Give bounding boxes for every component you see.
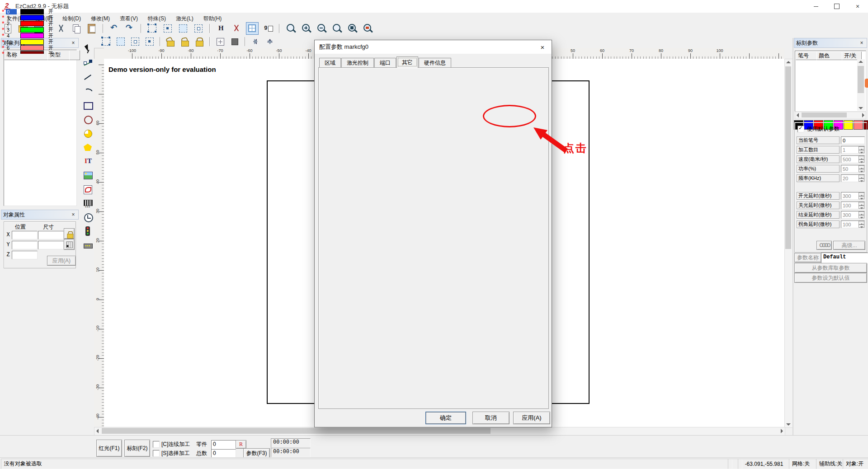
spinner[interactable] (859, 192, 864, 199)
pen-row[interactable]: * 3 开 (0, 27, 62, 33)
array-grid-button[interactable] (64, 239, 75, 250)
dialog-titlebar[interactable]: 配置参数 markcfg0 × (315, 40, 552, 54)
circle-icon[interactable] (82, 113, 94, 125)
spin-down-icon[interactable] (859, 215, 864, 219)
spin-down-icon[interactable] (859, 169, 864, 173)
pen-row[interactable]: * 1 开 (0, 14, 62, 20)
scroll-right-icon[interactable] (862, 113, 864, 117)
part-count-field[interactable]: 0 (211, 440, 236, 450)
scroll-down-icon[interactable] (786, 423, 791, 426)
zoom-all-icon[interactable] (346, 23, 358, 34)
spinner[interactable] (859, 165, 864, 172)
red-light-f1-button[interactable]: 红光(F1) (96, 440, 122, 457)
apply-button[interactable]: 应用(A) (513, 412, 550, 424)
zoom-in-icon[interactable] (300, 23, 312, 34)
pos-x-field[interactable] (12, 231, 38, 239)
pie-icon[interactable] (82, 127, 94, 139)
spin-down-icon[interactable] (859, 225, 864, 228)
pen-hscroll-thumb[interactable] (802, 113, 847, 117)
spin-down-icon[interactable] (859, 150, 864, 154)
size-x-field[interactable] (38, 231, 64, 239)
lock-open-icon[interactable] (165, 36, 176, 47)
marquee-dot-icon[interactable] (162, 23, 174, 34)
trim-icon[interactable] (231, 23, 242, 34)
edge-tab[interactable] (865, 79, 868, 88)
hscroll-thumb[interactable] (102, 428, 491, 434)
zoom-window-icon[interactable] (285, 23, 297, 34)
scroll-right-icon[interactable] (781, 429, 783, 433)
param-field[interactable]: 500 (841, 155, 865, 163)
spin-up-icon[interactable] (859, 156, 864, 159)
set-default-button[interactable]: 参数设为默认值 (794, 273, 867, 283)
spinner[interactable] (859, 221, 864, 228)
copy-icon[interactable] (71, 23, 82, 34)
maximize-button[interactable] (826, 0, 847, 13)
dialog-close-icon[interactable]: × (533, 43, 552, 51)
dialog-tab[interactable]: 硬件信息 (419, 58, 451, 68)
select-icon[interactable] (82, 43, 94, 55)
spin-up-icon[interactable] (859, 221, 864, 225)
marquee-blue-icon[interactable] (177, 23, 189, 34)
undo-icon[interactable] (108, 23, 120, 34)
timer-icon[interactable] (82, 211, 94, 223)
line-icon[interactable] (82, 71, 94, 83)
spinner[interactable] (859, 202, 864, 209)
dialog-tab[interactable]: 激光控制 (341, 58, 374, 68)
signal-light-icon[interactable] (82, 225, 94, 237)
apply-button[interactable]: 应用(A) (47, 256, 76, 266)
rect-icon[interactable] (82, 99, 94, 111)
mirror-v-icon[interactable] (264, 36, 276, 47)
spin-down-icon[interactable] (859, 178, 864, 182)
spin-up-icon[interactable] (859, 211, 864, 215)
close-icon[interactable]: × (70, 40, 76, 46)
redo-icon[interactable] (124, 23, 136, 34)
spinner[interactable] (859, 211, 864, 218)
marquee-dot-icon[interactable] (144, 36, 156, 47)
bitmap-icon[interactable] (82, 169, 94, 181)
horizontal-scrollbar[interactable] (94, 427, 785, 436)
param-field[interactable]: 0 (841, 136, 865, 144)
param-field[interactable]: 50 (841, 165, 865, 173)
pen-row[interactable]: * 6 开 (0, 45, 62, 51)
mark-f2-button[interactable]: 标刻(F2) (124, 440, 150, 457)
scroll-left-icon[interactable] (96, 429, 99, 433)
status-objects[interactable]: 对象:开 (843, 459, 868, 469)
close-icon[interactable]: × (70, 211, 76, 218)
scroll-up-icon[interactable] (786, 61, 791, 63)
spin-down-icon[interactable] (859, 196, 864, 200)
scroll-down-icon[interactable] (859, 107, 863, 109)
node-edit-icon[interactable] (82, 57, 94, 69)
spinner[interactable] (859, 146, 864, 153)
minimize-button[interactable] (806, 0, 826, 13)
barcode-icon[interactable] (82, 197, 94, 209)
dialog-tab[interactable]: 端口 (374, 58, 396, 68)
lock-icon[interactable] (193, 36, 205, 47)
scroll-up-icon[interactable] (859, 61, 863, 63)
spin-up-icon[interactable] (859, 165, 864, 169)
io-port-icon[interactable] (82, 239, 94, 251)
zoom-out-icon[interactable] (316, 23, 327, 34)
zoom-page-icon[interactable] (362, 23, 373, 34)
spin-down-icon[interactable] (859, 206, 864, 209)
text-icon[interactable] (82, 155, 94, 167)
pen-row[interactable]: * 4 开 (0, 33, 62, 39)
spin-down-icon[interactable] (859, 159, 864, 163)
param-field[interactable]: 20 (841, 174, 865, 182)
object-list[interactable]: 名称 类型 (4, 50, 77, 206)
scroll-left-icon[interactable] (797, 113, 799, 117)
reset-count-button[interactable]: R (236, 440, 246, 449)
param-field[interactable]: 1 (841, 146, 865, 154)
dock-splitter[interactable] (793, 38, 793, 457)
marquee-corners-icon[interactable] (146, 23, 158, 34)
close-icon[interactable]: × (859, 40, 865, 46)
hatch-icon[interactable] (215, 23, 227, 34)
close-button[interactable]: × (847, 0, 868, 13)
fill-dark-icon[interactable] (229, 36, 241, 47)
advanced-button[interactable]: 高级... (833, 241, 865, 250)
select-mark-checkbox[interactable] (153, 450, 160, 457)
pos-y-field[interactable] (12, 241, 38, 249)
origin-icon[interactable] (214, 36, 226, 47)
dialog-tab[interactable]: 其它 (396, 56, 418, 68)
marquee-plain-icon[interactable] (129, 36, 141, 47)
pen-row[interactable]: * 0 开 (0, 9, 62, 14)
